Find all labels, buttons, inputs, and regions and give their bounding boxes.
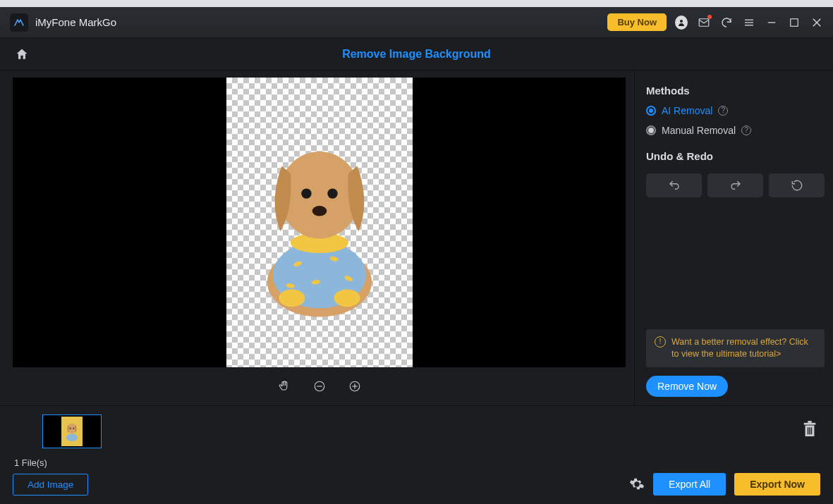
- add-image-button[interactable]: Add Image: [13, 474, 88, 496]
- workspace: Methods AI Removal ? Manual Removal ? Un…: [0, 70, 833, 405]
- file-count: 1 File(s): [14, 457, 820, 468]
- canvas[interactable]: [13, 78, 626, 367]
- maximize-icon[interactable]: [788, 16, 801, 29]
- reset-button[interactable]: [769, 173, 825, 197]
- image-preview: [226, 78, 413, 367]
- help-icon[interactable]: ?: [718, 106, 728, 116]
- svg-point-12: [279, 152, 360, 239]
- canvas-pane: [0, 70, 634, 405]
- subheader: Remove Image Background: [0, 38, 833, 70]
- mail-icon[interactable]: [698, 16, 710, 29]
- thumbnail-strip: [13, 414, 820, 453]
- radio-selected-icon: [646, 106, 656, 116]
- manual-removal-label: Manual Removal: [662, 125, 736, 136]
- thumbnail-selected[interactable]: [42, 414, 102, 448]
- svg-rect-34: [808, 421, 812, 423]
- svg-rect-1: [699, 18, 709, 26]
- svg-rect-36: [809, 427, 810, 434]
- methods-label: Methods: [646, 85, 825, 97]
- undo-button[interactable]: [646, 173, 702, 197]
- redo-button[interactable]: [707, 173, 763, 197]
- export-all-button[interactable]: Export All: [653, 473, 726, 496]
- settings-icon[interactable]: [629, 477, 645, 492]
- subject-dog: [247, 130, 392, 319]
- app-title: iMyFone MarkGo: [35, 16, 116, 28]
- delete-button[interactable]: [802, 420, 817, 438]
- remove-now-button[interactable]: Remove Now: [646, 376, 728, 397]
- tutorial-tip[interactable]: ! Want a better removal effect? Click to…: [646, 329, 825, 367]
- export-now-button[interactable]: Export Now: [734, 473, 820, 496]
- svg-rect-35: [808, 427, 808, 434]
- tutorial-text: Want a better removal effect? Click to v…: [671, 336, 816, 360]
- svg-point-0: [680, 20, 683, 23]
- radio-unselected-icon: [646, 125, 656, 135]
- svg-point-13: [301, 188, 311, 198]
- method-ai-removal[interactable]: AI Removal ?: [646, 105, 825, 116]
- app-window: iMyFone MarkGo Buy Now: [0, 7, 833, 504]
- undo-redo-label: Undo & Redo: [646, 150, 825, 162]
- close-icon[interactable]: [810, 16, 823, 29]
- titlebar: iMyFone MarkGo Buy Now: [0, 7, 833, 38]
- refresh-icon[interactable]: [720, 16, 733, 29]
- svg-point-31: [73, 428, 74, 429]
- page-title: Remove Image Background: [10, 48, 823, 61]
- svg-point-16: [279, 289, 305, 307]
- hand-tool-icon[interactable]: [276, 378, 293, 395]
- svg-rect-33: [804, 423, 816, 425]
- info-icon: !: [655, 336, 666, 348]
- canvas-toolbar: [13, 367, 626, 405]
- svg-point-30: [70, 428, 71, 429]
- zoom-in-icon[interactable]: [346, 378, 363, 395]
- account-icon[interactable]: [675, 16, 688, 29]
- svg-point-15: [312, 206, 327, 216]
- minimize-icon[interactable]: [765, 16, 778, 29]
- menu-icon[interactable]: [743, 16, 755, 29]
- help-icon[interactable]: ?: [741, 125, 751, 135]
- method-manual-removal[interactable]: Manual Removal ?: [646, 125, 825, 136]
- svg-point-28: [66, 434, 78, 441]
- bottom-panel: 1 File(s) Add Image Export All Export No…: [0, 405, 833, 504]
- buy-now-button[interactable]: Buy Now: [607, 13, 667, 31]
- ai-removal-label: AI Removal: [662, 105, 712, 116]
- svg-rect-37: [811, 427, 812, 434]
- zoom-out-icon[interactable]: [311, 378, 328, 395]
- side-panel: Methods AI Removal ? Manual Removal ? Un…: [634, 70, 833, 405]
- svg-point-17: [334, 289, 360, 307]
- app-logo: [10, 13, 28, 32]
- svg-rect-6: [791, 18, 798, 26]
- svg-point-14: [327, 188, 337, 198]
